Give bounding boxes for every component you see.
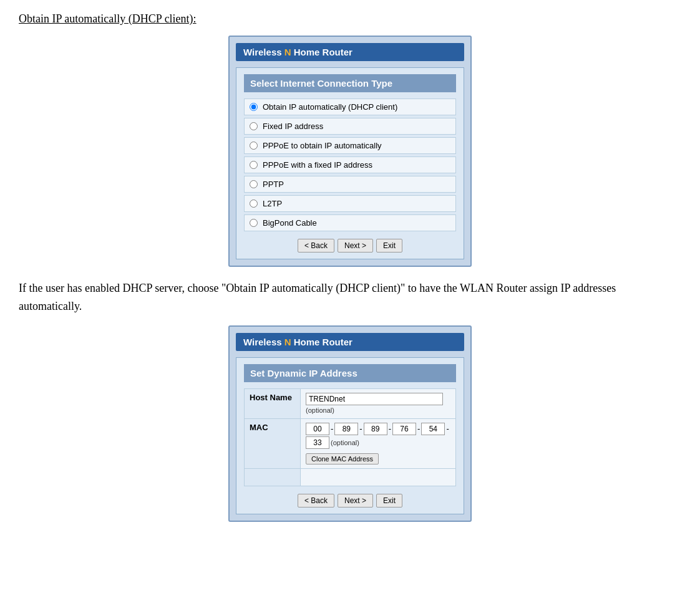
- radio-bigpond[interactable]: [250, 219, 258, 227]
- radio-option-pppoe-auto[interactable]: PPPoE to obtain IP automatically: [244, 137, 456, 154]
- button-row-2: < Back Next > Exit: [244, 494, 456, 508]
- mac-sep-4: -: [417, 424, 420, 433]
- inner-box-1: Select Internet Connection Type Obtain I…: [236, 67, 464, 259]
- radio-pppoe-fixed-label: PPPoE with a fixed IP address: [263, 160, 372, 170]
- mac-inputs-row: - - - - - (optional): [306, 423, 450, 449]
- radio-pppoe-auto[interactable]: [250, 142, 258, 150]
- radio-l2tp-label: L2TP: [263, 199, 282, 208]
- next-button-1[interactable]: Next >: [338, 239, 373, 253]
- radio-dhcp-label: Obtain IP automatically (DHCP client): [263, 102, 397, 112]
- hostname-optional: (optional): [306, 407, 334, 414]
- mac-sep-3: -: [389, 424, 391, 433]
- header-suffix: Home Router: [291, 47, 352, 57]
- radio-bigpond-label: BigPond Cable: [263, 218, 317, 228]
- back-button-1[interactable]: < Back: [298, 239, 334, 253]
- mac-field-5[interactable]: [421, 423, 445, 435]
- header-prefix-2: Wireless: [243, 337, 284, 347]
- hostname-label: Host Name: [245, 388, 301, 418]
- next-button-2[interactable]: Next >: [338, 494, 373, 508]
- radio-option-pppoe-fixed[interactable]: PPPoE with a fixed IP address: [244, 156, 456, 173]
- mac-sep-1: -: [331, 424, 333, 433]
- radio-fixed[interactable]: [250, 122, 258, 130]
- header-n-2: N: [284, 337, 291, 347]
- empty-row: [245, 468, 456, 486]
- back-button-2[interactable]: < Back: [298, 494, 334, 508]
- header-n: N: [284, 47, 291, 57]
- dynamic-ip-form: Host Name (optional) MAC - - -: [244, 388, 456, 486]
- radio-dhcp[interactable]: [250, 103, 258, 111]
- radio-pptp-label: PPTP: [263, 180, 284, 189]
- empty-label: [245, 468, 301, 486]
- radio-option-fixed[interactable]: Fixed IP address: [244, 118, 456, 135]
- router-header-1: Wireless N Home Router: [236, 43, 464, 61]
- exit-button-2[interactable]: Exit: [376, 494, 402, 508]
- header-suffix-2: Home Router: [291, 337, 352, 347]
- mac-field-cell: - - - - - (optional) Clone MAC Address: [301, 418, 456, 468]
- hostname-row: Host Name (optional): [245, 388, 456, 418]
- router-header-2: Wireless N Home Router: [236, 333, 464, 351]
- mac-field-2[interactable]: [334, 423, 358, 435]
- hostname-input[interactable]: [306, 393, 443, 405]
- radio-option-l2tp[interactable]: L2TP: [244, 195, 456, 212]
- mac-field-4[interactable]: [392, 423, 416, 435]
- radio-option-dhcp[interactable]: Obtain IP automatically (DHCP client): [244, 99, 456, 115]
- radio-pppoe-fixed[interactable]: [250, 161, 258, 169]
- radio-option-pptp[interactable]: PPTP: [244, 176, 456, 193]
- mac-field-6[interactable]: [306, 436, 329, 449]
- hostname-field-cell: (optional): [301, 388, 456, 418]
- mac-sep-5: -: [446, 424, 449, 433]
- section-title-2: Set Dynamic IP Address: [244, 364, 456, 382]
- router-box-1: Wireless N Home Router Select Internet C…: [228, 36, 472, 267]
- exit-button-1[interactable]: Exit: [376, 239, 402, 253]
- button-row-1: < Back Next > Exit: [244, 239, 456, 253]
- mac-row-tr: MAC - - - - - (optional): [245, 418, 456, 468]
- radio-pptp[interactable]: [250, 180, 258, 188]
- empty-field: [301, 468, 456, 486]
- description-text: If the user has enabled DHCP server, cho…: [19, 279, 681, 315]
- page-title: Obtain IP automatically (DHCP client):: [19, 12, 681, 26]
- clone-mac-button[interactable]: Clone MAC Address: [306, 453, 379, 464]
- mac-field-3[interactable]: [364, 423, 387, 435]
- mac-field-1[interactable]: [306, 423, 329, 435]
- header-prefix: Wireless: [243, 47, 284, 57]
- mac-sep-2: -: [359, 424, 362, 433]
- inner-box-2: Set Dynamic IP Address Host Name (option…: [236, 357, 464, 514]
- radio-fixed-label: Fixed IP address: [263, 122, 323, 131]
- section-title-1: Select Internet Connection Type: [244, 74, 456, 92]
- radio-option-bigpond[interactable]: BigPond Cable: [244, 214, 456, 231]
- router-box-2: Wireless N Home Router Set Dynamic IP Ad…: [228, 325, 472, 522]
- mac-optional: (optional): [331, 439, 359, 446]
- radio-l2tp[interactable]: [250, 200, 258, 208]
- mac-label: MAC: [245, 418, 301, 468]
- radio-pppoe-auto-label: PPPoE to obtain IP automatically: [263, 141, 382, 150]
